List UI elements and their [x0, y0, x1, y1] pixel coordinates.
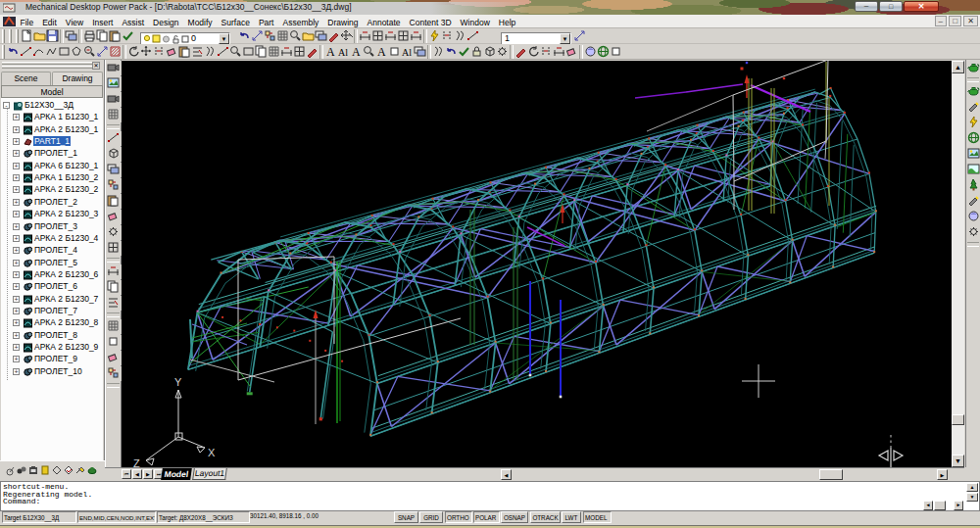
svg-text:Al: Al	[338, 47, 348, 58]
svg-text:Z: Z	[133, 457, 140, 467]
svg-text:A: A	[326, 45, 335, 58]
svg-text:A: A	[352, 45, 361, 58]
svg-text:Y: Y	[174, 376, 182, 388]
svg-text:Al: Al	[402, 47, 412, 58]
svg-text:A: A	[377, 45, 386, 58]
svg-text:X: X	[208, 447, 216, 458]
